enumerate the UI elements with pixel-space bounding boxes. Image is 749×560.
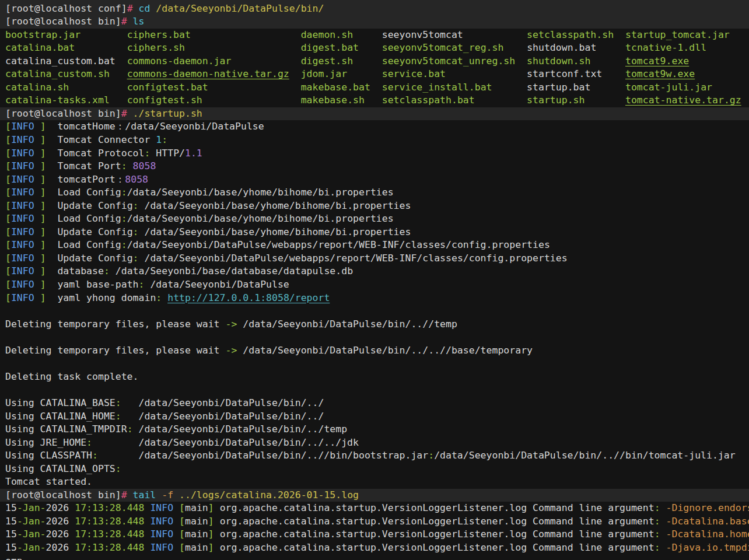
- text-segment: [69, 528, 75, 540]
- text-segment: 1: [156, 134, 162, 145]
- text-segment: [: [5, 134, 11, 145]
- text-segment: startup_tomcat.jar: [625, 29, 730, 40]
- terminal-line: Using JRE_HOME: /data/Seeyonbi/DataPulse…: [0, 436, 749, 450]
- text-segment: configtest.sh: [127, 94, 202, 106]
- text-segment: setclasspath.sh: [527, 29, 614, 40]
- text-segment: [75, 42, 127, 53]
- terminal-line: bootstrap.jar ciphers.bat daemon.sh seey…: [0, 29, 749, 42]
- text-segment: [596, 42, 625, 53]
- text-segment: INFO: [11, 160, 34, 172]
- text-segment: :: [116, 411, 121, 422]
- text-segment: [: [5, 292, 11, 303]
- text-segment: :: [121, 239, 127, 250]
- text-segment: [46, 292, 58, 303]
- text-segment: tomcat9.exe: [625, 55, 689, 66]
- text-segment: [34, 226, 40, 237]
- text-segment: seeyonv5tomcat: [382, 29, 463, 40]
- text-segment: tail: [133, 489, 156, 501]
- text-segment: tomcat-native.tar.gz: [625, 94, 741, 106]
- terminal-line: [0, 357, 749, 370]
- text-segment: [127, 489, 133, 501]
- text-segment: [150, 3, 156, 14]
- text-segment: org.apache.catalina.startup.VersionLogge…: [214, 502, 654, 513]
- text-segment: main: [185, 516, 208, 527]
- terminal-line: Using CATALINA_TMPDIR: /data/Seeyonbi/Da…: [0, 423, 749, 436]
- text-segment: /data/Seeyonbi/DataPulse/bin/..//bin/boo…: [98, 450, 428, 461]
- text-segment: ]: [40, 213, 46, 224]
- text-segment: org.apache.catalina.startup.VersionLogge…: [214, 542, 654, 553]
- url-link[interactable]: http://127.0.0.1:8058/report: [167, 292, 330, 303]
- text-segment: [347, 68, 382, 79]
- text-segment: [208, 82, 301, 93]
- text-segment: [34, 200, 40, 211]
- text-segment: 17:13:28.448: [75, 542, 144, 553]
- text-segment: INFO: [11, 174, 34, 185]
- text-segment: :: [104, 265, 110, 276]
- text-segment: INFO: [11, 148, 34, 159]
- text-segment: :: [162, 134, 167, 145]
- text-segment: INFO: [11, 253, 34, 264]
- text-segment: shutdown.bat: [527, 42, 596, 53]
- text-segment: ]: [40, 134, 46, 145]
- text-segment: INFO: [150, 502, 173, 513]
- text-segment: [: [5, 279, 11, 290]
- text-segment: [584, 94, 625, 106]
- terminal-line: Deleting temporary files, please wait ->…: [0, 318, 749, 331]
- text-segment: 8058: [133, 160, 156, 172]
- text-segment: [: [179, 502, 185, 513]
- text-segment: [144, 528, 150, 540]
- text-segment: [46, 187, 58, 198]
- text-segment: ls: [133, 16, 145, 27]
- terminal-line: catalina.bat ciphers.sh digest.bat seeyo…: [0, 41, 749, 55]
- text-segment: /data/Seeyonbi/base/yhome/bihome/bi.prop…: [139, 200, 411, 211]
- terminal-line: [INFO ] yaml base-path: /data/Seeyonbi/D…: [0, 278, 749, 292]
- terminal-line: Using CATALINA_BASE: /data/Seeyonbi/Data…: [0, 397, 749, 410]
- text-segment: :: [116, 397, 121, 408]
- text-segment: [46, 148, 58, 159]
- text-segment: [: [5, 187, 11, 198]
- text-segment: tomcat9w.exe: [625, 68, 695, 79]
- text-segment: :: [654, 528, 660, 540]
- text-segment: [127, 16, 133, 27]
- text-segment: /data/Seeyonbi/DataPulse/webapps/report/…: [139, 253, 568, 264]
- text-segment: jdom.jar: [301, 68, 347, 79]
- text-segment: ciphers.sh: [127, 42, 185, 53]
- text-segment: Deleting temporary files, please wait: [5, 345, 226, 356]
- terminal-line: [0, 383, 749, 397]
- terminal-line: Using CATALINA_OPTS:: [0, 463, 749, 476]
- text-segment: :: [156, 292, 162, 303]
- text-segment: ]: [40, 265, 46, 276]
- text-segment: [660, 542, 666, 553]
- text-segment: [root@localhost bin]: [5, 489, 121, 501]
- text-segment: [475, 94, 527, 106]
- text-segment: [185, 42, 301, 53]
- text-segment: makebase.bat: [301, 82, 370, 93]
- text-segment: /data/Seeyonbi/DataPulse/bin/..//bin/tom…: [434, 450, 736, 461]
- text-segment: [34, 265, 40, 276]
- terminal-screen[interactable]: [root@localhost conf]#[root@localhost co…: [0, 0, 749, 560]
- text-segment: startup.bat: [527, 82, 590, 93]
- terminal-line: [INFO ] database: /data/Seeyonbi/base/da…: [0, 265, 749, 278]
- text-segment: :: [121, 160, 127, 172]
- text-segment: seeyonv5tomcat_reg.sh: [382, 42, 504, 53]
- text-segment: [173, 528, 179, 540]
- text-segment: [80, 29, 127, 40]
- text-segment: 15: [5, 502, 17, 513]
- text-segment: [69, 502, 75, 513]
- text-segment: :: [654, 542, 660, 553]
- text-segment: setclasspath.bat: [382, 94, 475, 106]
- text-segment: INFO: [150, 542, 173, 553]
- text-segment: tomcat-juli.jar: [625, 82, 712, 93]
- text-segment: [463, 29, 527, 40]
- text-segment: 15: [5, 542, 17, 553]
- text-segment: [root@localhost conf]: [5, 3, 127, 14]
- text-segment: Tomcat Protocol: [57, 148, 144, 159]
- terminal-line: [INFO ] Load Config:/data/Seeyonbi/base/…: [0, 212, 749, 226]
- text-segment: 17:13:28.448: [75, 516, 144, 527]
- text-segment: Using CATALINA_TMPDIR: [5, 424, 127, 435]
- text-segment: daemon.sh: [301, 29, 353, 40]
- text-segment: [353, 29, 382, 40]
- text-segment: catalina_custom.sh: [5, 68, 110, 79]
- text-segment: [: [5, 239, 11, 250]
- text-segment: Deleting task complete.: [5, 371, 138, 382]
